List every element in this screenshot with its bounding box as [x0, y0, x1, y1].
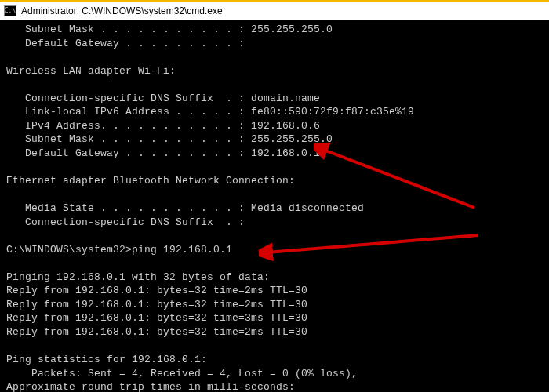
terminal-line — [6, 50, 543, 64]
terminal-line: Reply from 192.168.0.1: bytes=32 time=2m… — [6, 298, 543, 312]
window-title: Administrator: C:\WINDOWS\system32\cmd.e… — [21, 5, 223, 16]
terminal-line: Default Gateway . . . . . . . . . : — [6, 37, 543, 51]
terminal-line: Subnet Mask . . . . . . . . . . . : 255.… — [6, 23, 543, 37]
terminal-line: Pinging 192.168.0.1 with 32 bytes of dat… — [6, 270, 543, 285]
terminal-line: Connection-specific DNS Suffix . : domai… — [6, 92, 543, 106]
terminal-line: Packets: Sent = 4, Received = 4, Lost = … — [6, 367, 543, 381]
terminal-line: Connection-specific DNS Suffix . : — [6, 216, 543, 230]
window-titlebar: C:\ Administrator: C:\WINDOWS\system32\c… — [0, 0, 549, 20]
terminal-line: C:\WINDOWS\system32>ping 192.168.0.1 — [6, 243, 543, 257]
terminal-line: Default Gateway . . . . . . . . . : 192.… — [6, 147, 543, 161]
terminal-line — [6, 256, 543, 270]
terminal-line: Reply from 192.168.0.1: bytes=32 time=3m… — [6, 311, 543, 325]
terminal-line: Ping statistics for 192.168.0.1: — [6, 353, 543, 367]
terminal-line: Subnet Mask . . . . . . . . . . . : 255.… — [6, 132, 543, 147]
terminal-line: Media State . . . . . . . . . . . : Medi… — [6, 201, 543, 216]
terminal-line: Approximate round trip times in milli-se… — [6, 380, 543, 392]
terminal-output[interactable]: Subnet Mask . . . . . . . . . . . : 255.… — [0, 20, 549, 392]
terminal-line: Ethernet adapter Bluetooth Network Conne… — [6, 174, 543, 188]
cmd-icon: C:\ — [4, 5, 16, 16]
terminal-line: Wireless LAN adapter Wi-Fi: — [6, 64, 543, 78]
terminal-line: IPv4 Address. . . . . . . . . . . : 192.… — [6, 119, 543, 133]
terminal-line: Reply from 192.168.0.1: bytes=32 time=2m… — [6, 284, 543, 298]
terminal-line — [6, 339, 543, 354]
terminal-line — [6, 188, 543, 202]
terminal-line: Reply from 192.168.0.1: bytes=32 time=2m… — [6, 325, 543, 339]
terminal-line: Link-local IPv6 Address . . . . . : fe80… — [6, 105, 543, 119]
terminal-line — [6, 229, 543, 243]
terminal-line — [6, 78, 543, 92]
terminal-line — [6, 160, 543, 174]
